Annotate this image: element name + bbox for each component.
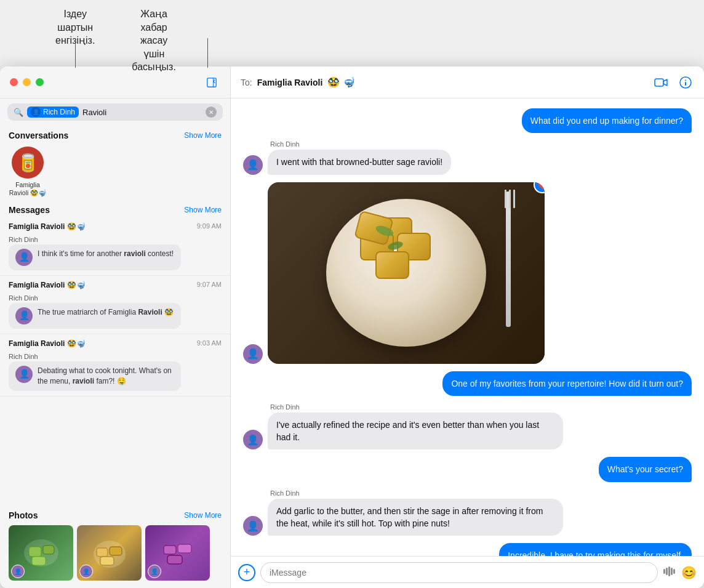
- close-button[interactable]: [10, 78, 18, 86]
- message-sender-avatar: 👤: [15, 366, 33, 383]
- photo-thumbnail[interactable]: 👤: [9, 525, 73, 581]
- photos-show-more-button[interactable]: Show More: [184, 511, 222, 520]
- photo-avatar-overlay: 👤: [79, 565, 93, 578]
- message-highlight: ravioli: [73, 377, 94, 385]
- chat-recipient-emoji: 🥸 🤿: [327, 76, 354, 88]
- message-content: What did you end up making for dinner?: [522, 108, 692, 133]
- message-item-time: 9:03 AM: [197, 339, 222, 347]
- message-content: Incredible. I have to try making this fo…: [499, 543, 692, 556]
- photos-section-header: Photos Show More: [0, 505, 230, 523]
- chat-to-label: To:: [241, 78, 252, 87]
- message-bubble-preview: 👤 Debating what to cook tonight. What's …: [9, 361, 181, 391]
- messages-area: What did you end up making for dinner? 👤…: [231, 99, 704, 556]
- message-preview-text: Debating what to cook tonight. What's on…: [38, 366, 174, 387]
- message-sender-avatar: 👤: [243, 344, 263, 364]
- list-item[interactable]: Famiglia Ravioli 🥸🤿 9:09 AM Rich Dinh 👤 …: [0, 217, 230, 276]
- message-item-time: 9:09 AM: [197, 222, 222, 230]
- maximize-button[interactable]: [36, 78, 44, 86]
- svg-rect-4: [32, 557, 46, 565]
- message-content: ❤️: [268, 182, 545, 364]
- search-query-text[interactable]: Ravioli: [82, 108, 202, 117]
- sidebar: 🔍 👤 Rich Dinh Ravioli ✕ Conversations Sh…: [0, 66, 231, 588]
- message-sender-avatar: 👤: [243, 430, 263, 449]
- message-bubble: I went with that browned-butter sage rav…: [268, 150, 451, 174]
- message-bubble-preview: 👤 I think it's time for another ravioli …: [9, 244, 181, 270]
- conversations-title: Conversations: [9, 131, 68, 140]
- photo-avatar-overlay: 👤: [148, 565, 161, 578]
- message-item-time: 9:07 AM: [197, 281, 222, 288]
- tooltip-text-1: Іздеу шартыненгізіңіз.: [55, 7, 95, 68]
- message-bubble-preview: 👤 The true matriarch of Famiglia Ravioli…: [9, 303, 181, 329]
- main-window: 🔍 👤 Rich Dinh Ravioli ✕ Conversations Sh…: [0, 66, 704, 588]
- emoji-button[interactable]: 😊: [681, 565, 697, 580]
- svg-rect-7: [110, 547, 122, 555]
- message-content: Rich Dinh I went with that browned-butte…: [268, 140, 451, 174]
- svg-rect-10: [178, 544, 191, 553]
- messages-section-header: Messages Show More: [0, 200, 230, 217]
- photos-grid: 👤 👤: [0, 523, 230, 583]
- message-sender-name: Rich Dinh: [268, 140, 451, 148]
- ravioli-image: [268, 182, 545, 364]
- message-highlight: ravioli: [124, 249, 145, 258]
- messages-show-more-button[interactable]: Show More: [184, 206, 222, 214]
- messages-title: Messages: [9, 205, 50, 215]
- message-item-header: Famiglia Ravioli 🥸🤿 9:09 AM: [9, 222, 222, 231]
- title-bar: [0, 66, 230, 99]
- message-preview-text: I think it's time for another ravioli co…: [38, 249, 174, 259]
- photos-title: Photos: [9, 510, 38, 520]
- message-item-sender: Rich Dinh: [9, 236, 38, 243]
- chat-header-actions: [652, 74, 694, 91]
- svg-rect-3: [43, 546, 54, 554]
- conversation-avatar-image: 🥫: [12, 147, 44, 179]
- message-item-header: Famiglia Ravioli 🥸🤿 9:03 AM: [9, 339, 222, 348]
- search-tag-avatar: 👤: [31, 107, 41, 117]
- message-sender-avatar: 👤: [243, 155, 263, 175]
- message-content: Rich Dinh I've actually refined the reci…: [268, 403, 563, 450]
- svg-rect-12: [655, 79, 663, 86]
- photo-thumbnail[interactable]: 👤: [145, 525, 210, 581]
- chat-recipient-name: Famiglia Ravioli: [257, 78, 323, 87]
- info-button[interactable]: [677, 74, 694, 91]
- message-row: One of my favorites from your repertoire…: [243, 371, 692, 396]
- tooltip-text-2: Жаңа хабар жасауүшін басыңыз.: [132, 7, 175, 68]
- chat-header: To: Famiglia Ravioli 🥸 🤿: [231, 66, 704, 99]
- message-preview-text: The true matriarch of Famiglia Ravioli 🥸: [38, 307, 174, 318]
- message-row: 👤: [243, 182, 692, 364]
- message-sender-avatar: 👤: [15, 307, 33, 324]
- add-button[interactable]: +: [238, 564, 255, 581]
- conversations-show-more-button[interactable]: Show More: [184, 131, 222, 140]
- conversation-name: FamigliaRavioli 🥸🤿: [9, 181, 46, 196]
- message-bubble: I've actually refined the recipe and it'…: [268, 413, 563, 450]
- conversation-avatar: 🥫: [12, 147, 44, 179]
- message-item-title: Famiglia Ravioli 🥸🤿: [9, 222, 86, 231]
- message-item-title: Famiglia Ravioli 🥸🤿: [9, 339, 86, 348]
- video-call-button[interactable]: [652, 74, 670, 91]
- conversations-section-header: Conversations Show More: [0, 126, 230, 143]
- list-item[interactable]: Famiglia Ravioli 🥸🤿 9:07 AM Rich Dinh 👤 …: [0, 276, 230, 334]
- svg-rect-11: [167, 555, 182, 564]
- message-highlight: Ravioli: [138, 308, 162, 316]
- audio-button[interactable]: [663, 565, 676, 579]
- message-row: What's your secret?: [243, 457, 692, 481]
- search-bar: 🔍 👤 Rich Dinh Ravioli ✕: [7, 103, 223, 121]
- conversation-item[interactable]: 🥫 FamigliaRavioli 🥸🤿: [6, 147, 49, 196]
- svg-rect-2: [29, 547, 41, 557]
- message-row: Incredible. I have to try making this fo…: [243, 543, 692, 556]
- message-content: What's your secret?: [599, 457, 692, 481]
- search-clear-button[interactable]: ✕: [206, 107, 217, 118]
- message-content: Rich Dinh Add garlic to the butter, and …: [268, 489, 563, 536]
- svg-rect-20: [673, 569, 675, 574]
- photo-thumbnail[interactable]: 👤: [77, 525, 142, 581]
- minimize-button[interactable]: [23, 78, 31, 86]
- compose-button[interactable]: [203, 74, 220, 91]
- message-sender-avatar: 👤: [15, 249, 33, 266]
- message-input[interactable]: [260, 562, 658, 583]
- traffic-lights: [10, 78, 44, 86]
- message-image-bubble[interactable]: ❤️: [268, 182, 545, 364]
- svg-rect-18: [668, 566, 670, 576]
- search-tag: 👤 Rich Dinh: [27, 107, 79, 118]
- conversations-list: 🥫 FamigliaRavioli 🥸🤿: [0, 143, 230, 200]
- message-row: 👤 Rich Dinh Add garlic to the butter, an…: [243, 489, 692, 536]
- photos-section: Photos Show More 👤: [0, 505, 230, 588]
- list-item[interactable]: Famiglia Ravioli 🥸🤿 9:03 AM Rich Dinh 👤 …: [0, 334, 230, 397]
